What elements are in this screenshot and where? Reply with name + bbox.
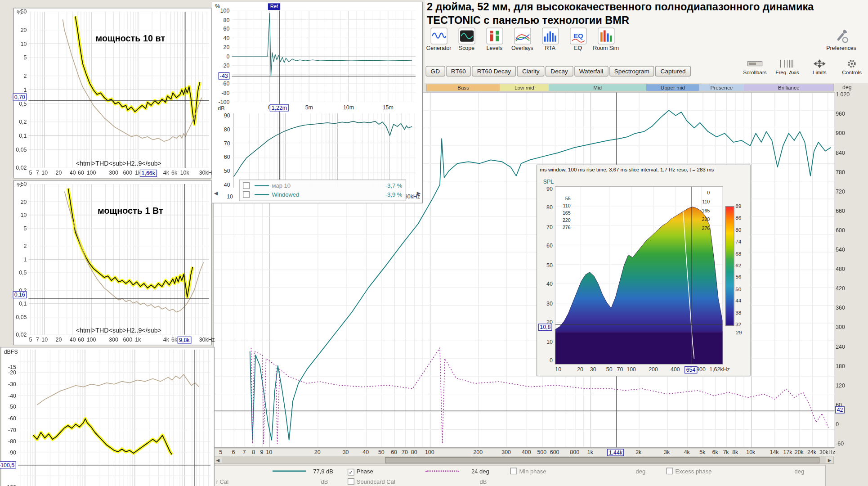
main-right-axis: 1 02096090084078072066060054048042036030… xyxy=(836,92,859,446)
slice-time: 55 xyxy=(557,195,571,202)
toolbar-scope[interactable]: Scope xyxy=(453,28,479,51)
tick-label: 1k xyxy=(135,337,141,343)
preferences-label: Preferences xyxy=(821,45,861,51)
scale-tick: 86 xyxy=(735,215,749,220)
tick-label: 4k xyxy=(163,337,169,343)
toolbar-rta[interactable]: RTA xyxy=(537,28,563,51)
legend-row: Windowed-3,9 % xyxy=(243,190,402,199)
tick-label: 10k xyxy=(746,449,755,455)
checkbox-icon[interactable] xyxy=(243,182,250,189)
status-bar: 77,9 dB ✓Phase 24 deg Min phase deg Exce… xyxy=(213,465,825,486)
color-scale-min: 29 xyxy=(736,329,742,335)
scroll-right-arrow[interactable]: ▶ xyxy=(826,458,833,463)
scale-tick: 50 xyxy=(735,286,749,292)
phase-cursor-readout: 24 deg xyxy=(471,468,489,474)
db-tick: 50 xyxy=(224,168,230,174)
tab-gd[interactable]: GD xyxy=(425,66,445,76)
scroll-thumb[interactable] xyxy=(385,457,820,464)
checkbox-checked-icon: ✓ xyxy=(348,469,354,476)
tick-label: 70 xyxy=(617,366,623,373)
tab-rt60[interactable]: RT60 xyxy=(446,66,471,76)
checkbox-icon[interactable] xyxy=(243,191,250,198)
y-axis: 100806040200-20-60-80-100-43 xyxy=(212,10,231,102)
tool-controls[interactable]: Controls xyxy=(838,59,866,76)
toolbar-label: Overlays xyxy=(509,45,535,51)
slice-time: 220 xyxy=(691,215,710,224)
tick-label: 5 xyxy=(29,337,32,343)
tick-label: 100 xyxy=(87,337,96,343)
toolbar-overlays[interactable]: Overlays xyxy=(509,28,535,51)
tab-decay[interactable]: Decay xyxy=(546,66,573,76)
tab-clarity[interactable]: Clarity xyxy=(517,66,545,76)
spl-tick: 40 xyxy=(546,282,553,287)
tab-waterfall[interactable]: Waterfall xyxy=(574,66,608,76)
dbfs-plot[interactable] xyxy=(18,350,211,486)
y-axis-unit: dBFS xyxy=(4,349,18,355)
deg-tick: 300 xyxy=(836,325,845,330)
soundcard-cal-checkbox[interactable]: Soundcard Cal xyxy=(348,478,395,485)
tick-label: 24k xyxy=(807,449,816,455)
scroll-left-arrow[interactable]: ◀ xyxy=(214,458,222,463)
min-phase-checkbox[interactable]: Min phase xyxy=(510,468,546,474)
trace-value: -3,7 % xyxy=(385,182,403,189)
tick-label: 7 xyxy=(243,449,246,455)
tick-label: 15m xyxy=(383,104,394,111)
db-tick: 80 xyxy=(224,127,230,132)
tick-label: 8 xyxy=(252,449,255,455)
tick-label: -60 xyxy=(221,81,229,87)
y-axis-unit: % xyxy=(17,9,22,16)
toolbar-eq[interactable]: EQEQ xyxy=(565,28,591,51)
inset-frequency-axis: 10203050701002004009001,62kHz654 xyxy=(555,366,722,374)
tick-label: 10 xyxy=(21,212,27,218)
deg-tick: 360 xyxy=(836,306,845,311)
main-h-scrollbar[interactable]: ◀ ▶ xyxy=(213,457,834,464)
y-axis-unit: % xyxy=(17,182,22,188)
toolbar-levels[interactable]: Levels xyxy=(481,28,507,51)
trace-name: Windowed xyxy=(272,191,300,198)
cursor-vline xyxy=(194,350,195,486)
tick-label: -60 xyxy=(8,415,16,422)
tick-label: 600 xyxy=(123,337,132,343)
excess-phase-checkbox[interactable]: Excess phase xyxy=(667,468,712,474)
scale-tick: 68 xyxy=(735,251,749,256)
tick-label: 300 xyxy=(109,337,118,343)
tick-label: 0,05 xyxy=(16,314,27,320)
tick-label: 50 xyxy=(378,449,385,455)
svg-text:EQ: EQ xyxy=(573,32,583,40)
tick-label: 5 xyxy=(29,170,32,176)
tick-label: -80 xyxy=(8,438,16,445)
deg-tick: 540 xyxy=(836,247,845,252)
slice-time: 110 xyxy=(557,202,571,209)
windowed-response-plot[interactable] xyxy=(232,113,416,188)
tick-label: 4k xyxy=(684,449,690,455)
deg-tick: 720 xyxy=(836,189,845,194)
spl-cursor-readout: 77,9 dB xyxy=(313,468,333,474)
scroll-left-arrow[interactable]: ◀ xyxy=(214,191,218,196)
tool-limits[interactable]: Limits xyxy=(805,59,833,76)
x-axis: 57102040601003006001k4k6k10k30kHz1,66k xyxy=(28,169,209,177)
tick-label: 0,5 xyxy=(19,270,27,276)
slice-time: 276 xyxy=(557,224,571,231)
tick-label: 0,02 xyxy=(16,165,27,171)
preferences-button[interactable]: Preferences xyxy=(821,28,861,51)
tab-captured[interactable]: Captured xyxy=(655,66,690,76)
impulse-plot[interactable] xyxy=(232,10,416,102)
scale-tick: 56 xyxy=(735,274,749,280)
toolbar-generator[interactable]: Generator xyxy=(425,28,452,51)
scope-icon xyxy=(458,28,475,45)
phase-checkbox[interactable]: ✓Phase xyxy=(348,468,373,475)
tab-spectrogram[interactable]: Spectrogram xyxy=(609,66,654,76)
scroll-track[interactable] xyxy=(222,457,826,464)
tool-scrollbars[interactable]: Scrollbars xyxy=(741,59,769,76)
db-axis: 908070605040 xyxy=(214,113,230,188)
tool-freq-axis[interactable]: Freq. Axis xyxy=(773,59,801,76)
tick-label: 7 xyxy=(36,170,39,176)
cursor-hline xyxy=(555,324,723,324)
spl-tick: 60 xyxy=(546,243,553,249)
tab-rt60-decay[interactable]: RT60 Decay xyxy=(472,66,516,76)
toolbar-room-sim[interactable]: Room Sim xyxy=(593,28,619,51)
graph-tools: ScrollbarsFreq. AxisLimitsControls xyxy=(741,59,866,76)
generator-icon xyxy=(430,28,447,45)
tick-label: -50 xyxy=(8,404,16,410)
tick-label: 0,02 xyxy=(16,332,27,338)
